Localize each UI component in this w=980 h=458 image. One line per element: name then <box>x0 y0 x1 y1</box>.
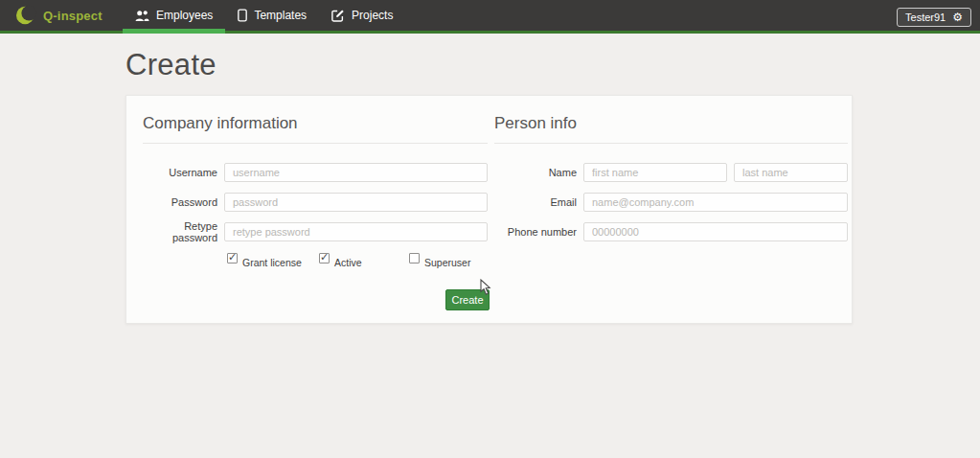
username-label: Username <box>143 167 224 178</box>
grant-license-checkbox-item[interactable]: Grant license <box>227 253 302 268</box>
active-checkbox[interactable] <box>319 253 330 263</box>
person-section-title: Person info <box>494 96 848 144</box>
main-nav: Employees Templates Projects <box>123 0 405 34</box>
phone-input[interactable] <box>583 222 848 241</box>
email-row: Email <box>494 193 848 212</box>
superuser-checkbox[interactable] <box>409 253 420 263</box>
page-title: Create <box>125 48 217 82</box>
retype-password-label: Retype password <box>143 220 224 243</box>
password-input[interactable] <box>224 193 488 212</box>
email-input[interactable] <box>583 193 848 212</box>
phone-label: Phone number <box>494 226 583 238</box>
username-label: Tester91 <box>905 11 946 23</box>
company-section-title: Company information <box>143 96 488 144</box>
nav-label: Employees <box>156 9 213 22</box>
retype-password-row: Retype password <box>143 222 488 241</box>
name-row: Name <box>494 163 848 182</box>
superuser-checkbox-item[interactable]: Superuser <box>409 253 470 268</box>
grant-license-label: Grant license <box>242 257 302 268</box>
email-label: Email <box>494 196 583 208</box>
username-input[interactable] <box>224 163 488 182</box>
grant-license-checkbox[interactable] <box>227 253 238 263</box>
brand-name: Q-inspect <box>43 9 103 23</box>
user-menu-button[interactable]: Tester91 ⚙ <box>897 8 971 27</box>
create-button[interactable]: Create <box>445 289 490 310</box>
password-row: Password <box>143 193 488 212</box>
company-information-section: Company information Username Password Re… <box>143 96 488 144</box>
active-label: Active <box>334 257 362 268</box>
top-navbar: Q-inspect Employees Templates <box>0 0 980 34</box>
create-form-card: Company information Username Password Re… <box>125 95 853 324</box>
password-label: Password <box>143 196 224 208</box>
retype-password-input[interactable] <box>224 222 488 241</box>
name-label: Name <box>494 167 583 178</box>
first-name-input[interactable] <box>583 163 727 182</box>
tablet-icon <box>238 9 247 22</box>
superuser-label: Superuser <box>424 257 470 268</box>
nav-item-templates[interactable]: Templates <box>225 0 319 34</box>
nav-item-projects[interactable]: Projects <box>319 0 405 34</box>
username-row: Username <box>143 163 488 182</box>
gear-icon: ⚙ <box>952 11 963 23</box>
crescent-logo-icon <box>15 5 38 26</box>
nav-item-employees[interactable]: Employees <box>123 0 225 34</box>
person-info-section: Person info Name Email Phone number <box>494 96 848 144</box>
users-icon <box>135 10 149 22</box>
phone-row: Phone number <box>494 222 848 241</box>
active-checkbox-item[interactable]: Active <box>319 253 362 268</box>
last-name-input[interactable] <box>734 163 848 182</box>
brand-logo[interactable]: Q-inspect <box>0 0 123 34</box>
edit-icon <box>331 9 345 22</box>
nav-label: Templates <box>254 9 307 22</box>
nav-label: Projects <box>352 9 393 22</box>
